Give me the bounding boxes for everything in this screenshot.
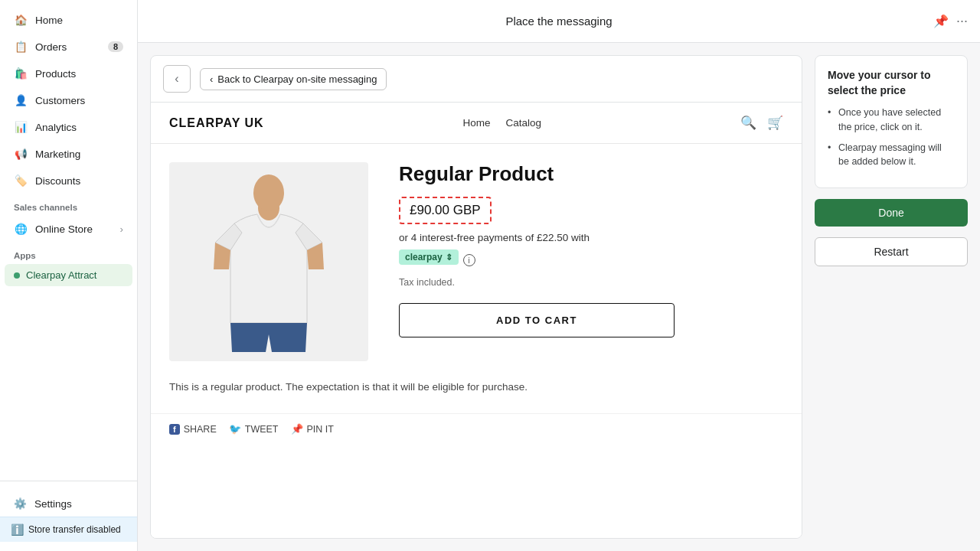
chevron-right-icon: › <box>120 223 124 235</box>
sidebar-item-analytics-label: Analytics <box>35 122 77 133</box>
sidebar-item-products[interactable]: 🛍️ Products <box>5 60 132 86</box>
right-panel: Move your cursor to select the price Onc… <box>815 55 968 539</box>
share-pin-button[interactable]: 📌 PIN IT <box>291 423 334 435</box>
store-transfer-label: Store transfer disabled <box>28 524 121 535</box>
more-icon[interactable]: ··· <box>956 13 968 29</box>
product-image <box>169 162 368 361</box>
add-to-cart-label: ADD TO CART <box>496 315 577 326</box>
store-transfer-bar: ℹ️ Store transfer disabled <box>0 517 137 542</box>
store-header: CLEARPAY UK Home Catalog 🔍 🛒 <box>151 103 802 144</box>
content-area: ‹ ‹ Back to Clearpay on-site messaging C… <box>138 43 980 551</box>
pinterest-icon: 📌 <box>291 423 303 435</box>
product-tshirt-image <box>192 170 345 354</box>
add-to-cart-button[interactable]: ADD TO CART <box>399 303 675 337</box>
pin-it-label: PIN IT <box>307 424 334 435</box>
sidebar-item-home[interactable]: 🏠 Home <box>5 7 132 33</box>
sidebar: 🏠 Home 📋 Orders 8 🛍️ Products 👤 Customer… <box>0 0 138 551</box>
sidebar-item-online-store-label: Online Store <box>35 223 93 235</box>
sidebar-item-home-label: Home <box>35 15 63 26</box>
product-description: This is a regular product. The expectati… <box>151 380 802 413</box>
sidebar-bottom: ⚙️ Settings ℹ️ Store transfer disabled <box>0 481 137 551</box>
sidebar-item-online-store[interactable]: 🌐 Online Store › <box>5 216 132 242</box>
sidebar-nav: 🏠 Home 📋 Orders 8 🛍️ Products 👤 Customer… <box>0 0 137 481</box>
preview-toolbar: ‹ ‹ Back to Clearpay on-site messaging <box>151 56 802 103</box>
svg-point-1 <box>253 174 284 211</box>
topbar-title: Place the messaging <box>505 15 612 28</box>
clearpay-arrows-icon: ⇕ <box>446 253 452 262</box>
share-bar: f SHARE 🐦 TWEET 📌 PIN IT <box>151 413 802 444</box>
instruction-box: Move your cursor to select the price Onc… <box>815 55 968 188</box>
home-icon: 🏠 <box>14 13 28 27</box>
instruction-item-1: Once you have selected the price, click … <box>828 106 955 135</box>
installment-text: or 4 interest-free payments of £22.50 wi… <box>399 232 783 243</box>
sidebar-item-customers[interactable]: 👤 Customers <box>5 87 132 113</box>
share-facebook-button[interactable]: f SHARE <box>169 423 217 435</box>
orders-icon: 📋 <box>14 40 28 54</box>
discounts-icon: 🏷️ <box>14 174 28 187</box>
clearpay-info-icon[interactable]: i <box>463 254 475 266</box>
back-arrow-icon: ‹ <box>210 73 213 85</box>
clearpay-badge: clearpay ⇕ <box>399 249 459 265</box>
store-nav: Home Catalog <box>463 117 542 129</box>
customers-icon: 👤 <box>14 93 28 107</box>
search-icon[interactable]: 🔍 <box>740 115 756 131</box>
clearpay-row: clearpay ⇕ i <box>399 249 783 271</box>
installment-label: or 4 interest-free payments of £22.50 wi… <box>399 232 590 243</box>
sidebar-item-clearpay-label: Clearpay Attract <box>26 269 97 281</box>
twitter-icon: 🐦 <box>229 423 241 435</box>
restart-button[interactable]: Restart <box>815 237 968 266</box>
sidebar-item-products-label: Products <box>35 68 76 80</box>
sidebar-item-analytics[interactable]: 📊 Analytics <box>5 114 132 140</box>
product-area: Regular Product £90.00 GBP or 4 interest… <box>151 144 802 380</box>
product-price: £90.00 GBP <box>410 203 481 217</box>
products-icon: 🛍️ <box>14 67 28 80</box>
done-button[interactable]: Done <box>815 199 968 227</box>
sidebar-item-marketing[interactable]: 📢 Marketing <box>5 141 132 167</box>
apps-label: Apps <box>0 245 137 263</box>
clearpay-badge-label: clearpay <box>405 252 443 262</box>
share-tweet-button[interactable]: 🐦 TWEET <box>229 423 279 435</box>
product-title: Regular Product <box>399 162 783 186</box>
sidebar-item-customers-label: Customers <box>35 95 85 106</box>
store-nav-home[interactable]: Home <box>463 117 491 129</box>
orders-badge: 8 <box>108 41 123 52</box>
sidebar-item-discounts-label: Discounts <box>35 175 80 187</box>
sidebar-item-discounts[interactable]: 🏷️ Discounts <box>5 168 132 194</box>
price-box[interactable]: £90.00 GBP <box>399 197 492 224</box>
store-logo: CLEARPAY UK <box>169 116 264 130</box>
sidebar-item-settings[interactable]: ⚙️ Settings <box>5 491 132 516</box>
store-nav-catalog[interactable]: Catalog <box>506 117 542 129</box>
sidebar-item-orders[interactable]: 📋 Orders 8 <box>5 34 132 60</box>
settings-icon: ⚙️ <box>14 497 27 510</box>
preview-panel: ‹ ‹ Back to Clearpay on-site messaging C… <box>150 55 802 539</box>
instruction-list: Once you have selected the price, click … <box>828 106 955 169</box>
back-to-clearpay-button[interactable]: ‹ Back to Clearpay on-site messaging <box>200 68 387 90</box>
pin-icon: 📌 <box>933 14 949 28</box>
instruction-item-2: Clearpay messaging will be added below i… <box>828 141 955 170</box>
sales-channels-label: Sales channels <box>0 197 137 215</box>
info-icon: ℹ️ <box>11 523 24 536</box>
sidebar-item-clearpay-attract[interactable]: Clearpay Attract <box>5 264 132 286</box>
store-nav-icons: 🔍 🛒 <box>740 115 783 131</box>
cart-icon[interactable]: 🛒 <box>767 115 783 131</box>
online-store-icon: 🌐 <box>14 222 28 236</box>
product-image-col <box>169 162 368 361</box>
share-label: SHARE <box>184 424 217 435</box>
instruction-title: Move your cursor to select the price <box>828 68 955 98</box>
clearpay-dot-icon <box>14 272 20 279</box>
product-info-col: Regular Product £90.00 GBP or 4 interest… <box>399 162 783 361</box>
facebook-icon: f <box>169 424 180 435</box>
back-nav-button[interactable]: ‹ <box>163 65 191 93</box>
tax-text: Tax included. <box>399 277 783 288</box>
tweet-label: TWEET <box>245 424 279 435</box>
topbar: Place the messaging 📌 ··· <box>138 0 980 43</box>
store-preview: CLEARPAY UK Home Catalog 🔍 🛒 <box>151 103 802 538</box>
main: Place the messaging 📌 ··· ‹ ‹ Back to Cl… <box>138 0 980 551</box>
chevron-left-icon: ‹ <box>175 72 178 86</box>
marketing-icon: 📢 <box>14 147 28 161</box>
sidebar-item-marketing-label: Marketing <box>35 148 80 160</box>
back-btn-label: Back to Clearpay on-site messaging <box>217 73 377 85</box>
topbar-right: 📌 ··· <box>933 13 968 29</box>
sidebar-item-orders-label: Orders <box>35 41 67 53</box>
analytics-icon: 📊 <box>14 120 28 134</box>
